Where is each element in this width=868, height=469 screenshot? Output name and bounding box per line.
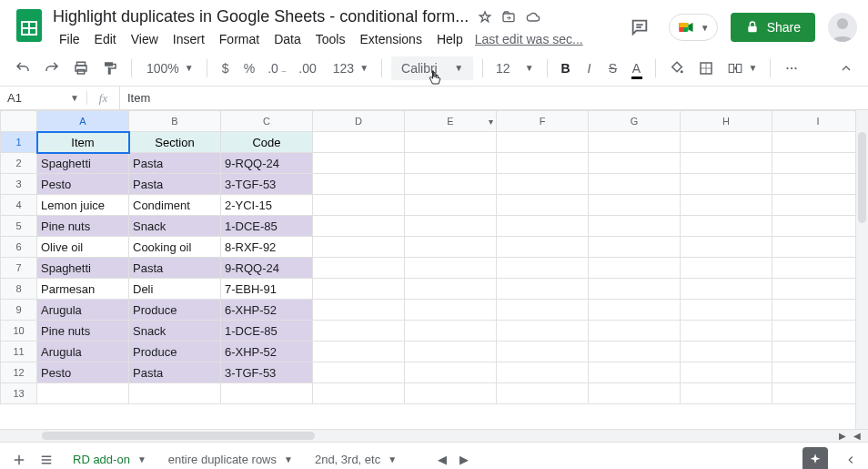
cell-A7[interactable]: Spaghetti bbox=[37, 258, 129, 279]
account-avatar[interactable] bbox=[828, 13, 857, 42]
cell-A1[interactable]: Item bbox=[37, 132, 129, 153]
cell-B9[interactable]: Produce bbox=[129, 300, 221, 321]
cell-G13[interactable] bbox=[589, 383, 681, 404]
cell-I6[interactable] bbox=[772, 237, 856, 258]
cell-H1[interactable] bbox=[681, 132, 772, 153]
tab-scroll-right[interactable]: ▶ bbox=[455, 449, 473, 469]
cell-D8[interactable] bbox=[313, 279, 405, 300]
cell-F5[interactable] bbox=[497, 216, 589, 237]
sheet-tab-entire-duplicate-rows[interactable]: entire duplicate rows▼ bbox=[157, 447, 304, 469]
cell-H4[interactable] bbox=[681, 195, 772, 216]
cell-I3[interactable] bbox=[772, 174, 856, 195]
menu-insert[interactable]: Insert bbox=[167, 28, 211, 50]
cell-E10[interactable] bbox=[405, 321, 497, 342]
bold-button[interactable]: B bbox=[557, 57, 575, 79]
fill-color-button[interactable] bbox=[665, 56, 689, 80]
cell-I2[interactable] bbox=[772, 153, 856, 174]
cell-C5[interactable]: 1-DCE-85 bbox=[221, 216, 313, 237]
column-header-A[interactable]: A bbox=[37, 111, 129, 132]
cell-B4[interactable]: Condiment bbox=[129, 195, 221, 216]
column-header-H[interactable]: H bbox=[681, 111, 772, 132]
cell-E5[interactable] bbox=[405, 216, 497, 237]
cell-H9[interactable] bbox=[681, 300, 772, 321]
share-button[interactable]: Share bbox=[731, 13, 815, 42]
cell-C9[interactable]: 6-XHP-52 bbox=[221, 300, 313, 321]
font-size-dropdown[interactable]: 12▼ bbox=[492, 57, 537, 79]
cell-A6[interactable]: Olive oil bbox=[37, 237, 129, 258]
row-header-3[interactable]: 3 bbox=[1, 174, 37, 195]
cell-C11[interactable]: 6-XHP-52 bbox=[221, 342, 313, 362]
merge-cells-button[interactable]: ▼ bbox=[723, 56, 762, 80]
column-header-D[interactable]: D bbox=[313, 111, 405, 132]
sheet-tab-2nd,-3rd,-etc[interactable]: 2nd, 3rd, etc▼ bbox=[304, 447, 408, 469]
menu-format[interactable]: Format bbox=[213, 28, 266, 50]
row-header-9[interactable]: 9 bbox=[1, 300, 37, 321]
cell-H2[interactable] bbox=[681, 153, 772, 174]
cell-A8[interactable]: Parmesan bbox=[37, 279, 129, 300]
cell-B8[interactable]: Deli bbox=[129, 279, 221, 300]
cell-C10[interactable]: 1-DCE-85 bbox=[221, 321, 313, 342]
column-header-F[interactable]: F bbox=[497, 111, 589, 132]
all-sheets-button[interactable] bbox=[35, 448, 58, 470]
cell-H10[interactable] bbox=[681, 321, 772, 342]
cell-B12[interactable]: Pasta bbox=[129, 362, 221, 383]
column-header-E[interactable]: E▾ bbox=[405, 111, 497, 132]
cell-H11[interactable] bbox=[681, 342, 772, 362]
cell-D3[interactable] bbox=[313, 174, 405, 195]
column-header-I[interactable]: I bbox=[772, 111, 856, 132]
cell-I4[interactable] bbox=[772, 195, 856, 216]
cell-G9[interactable] bbox=[589, 300, 681, 321]
cell-B13[interactable] bbox=[129, 383, 221, 404]
redo-button[interactable] bbox=[40, 56, 64, 80]
cell-F6[interactable] bbox=[497, 237, 589, 258]
cell-E6[interactable] bbox=[405, 237, 497, 258]
cell-D2[interactable] bbox=[313, 153, 405, 174]
cell-D5[interactable] bbox=[313, 216, 405, 237]
document-title[interactable]: Highlight duplicates in Google Sheets - … bbox=[53, 7, 469, 26]
menu-help[interactable]: Help bbox=[430, 28, 469, 50]
menu-tools[interactable]: Tools bbox=[309, 28, 352, 50]
cell-D6[interactable] bbox=[313, 237, 405, 258]
row-header-1[interactable]: 1 bbox=[1, 132, 37, 153]
star-icon[interactable] bbox=[478, 10, 492, 25]
column-header-B[interactable]: B bbox=[129, 111, 221, 132]
cell-C3[interactable]: 3-TGF-53 bbox=[221, 174, 313, 195]
cell-I9[interactable] bbox=[772, 300, 856, 321]
sheet-tab-rd-add-on[interactable]: RD add-on▼ bbox=[62, 447, 157, 469]
increase-decimal-button[interactable]: .00 bbox=[295, 57, 323, 79]
print-button[interactable] bbox=[69, 56, 93, 80]
paint-format-button[interactable] bbox=[98, 56, 122, 80]
cell-E8[interactable] bbox=[405, 279, 497, 300]
cloud-status-icon[interactable] bbox=[525, 10, 541, 25]
menu-file[interactable]: File bbox=[53, 28, 86, 50]
scroll-left-icon[interactable]: ◀ bbox=[853, 431, 861, 441]
cell-H13[interactable] bbox=[681, 383, 772, 404]
cell-E12[interactable] bbox=[405, 362, 497, 383]
percent-button[interactable]: % bbox=[240, 57, 258, 79]
cell-F1[interactable] bbox=[497, 132, 589, 153]
move-icon[interactable] bbox=[501, 10, 516, 25]
zoom-dropdown[interactable]: 100%▼ bbox=[141, 57, 197, 79]
cell-D11[interactable] bbox=[313, 342, 405, 362]
cell-G3[interactable] bbox=[589, 174, 681, 195]
cell-H8[interactable] bbox=[681, 279, 772, 300]
cell-E11[interactable] bbox=[405, 342, 497, 362]
cell-G8[interactable] bbox=[589, 279, 681, 300]
cell-A5[interactable]: Pine nuts bbox=[37, 216, 129, 237]
column-header-C[interactable]: C bbox=[221, 111, 313, 132]
row-header-12[interactable]: 12 bbox=[1, 362, 37, 383]
cell-F7[interactable] bbox=[497, 258, 589, 279]
cell-A9[interactable]: Arugula bbox=[37, 300, 129, 321]
more-toolbar-button[interactable] bbox=[780, 56, 803, 80]
italic-button[interactable]: I bbox=[580, 57, 599, 79]
cell-H7[interactable] bbox=[681, 258, 772, 279]
cell-B1[interactable]: Section bbox=[129, 132, 221, 153]
cell-H6[interactable] bbox=[681, 237, 772, 258]
cell-E4[interactable] bbox=[405, 195, 497, 216]
cell-D13[interactable] bbox=[313, 383, 405, 404]
menu-extensions[interactable]: Extensions bbox=[353, 28, 428, 50]
scroll-right-icon[interactable]: ▶ bbox=[839, 431, 846, 441]
cell-C8[interactable]: 7-EBH-91 bbox=[221, 279, 313, 300]
cell-F9[interactable] bbox=[497, 300, 589, 321]
more-formats-dropdown[interactable]: 123▼ bbox=[329, 57, 372, 79]
